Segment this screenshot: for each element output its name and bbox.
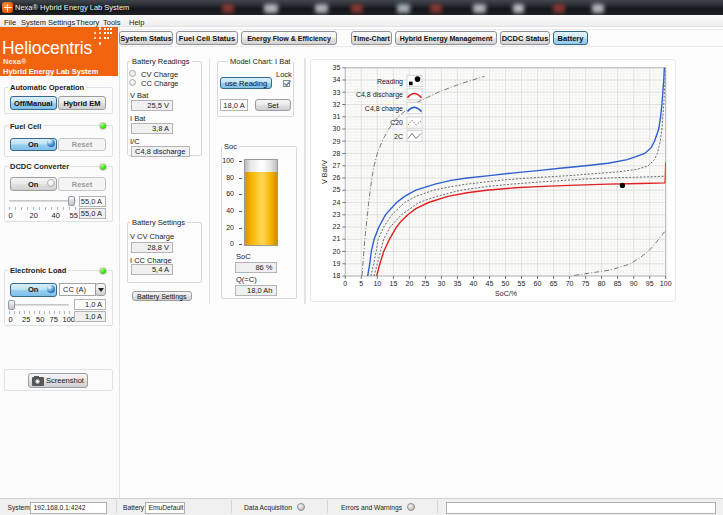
svg-text:32: 32 — [333, 101, 341, 108]
svg-text:34: 34 — [333, 76, 341, 83]
svg-text:29: 29 — [333, 138, 341, 145]
svg-text:95: 95 — [646, 280, 654, 287]
svg-text:35: 35 — [454, 280, 462, 287]
svg-text:20: 20 — [333, 248, 341, 255]
svg-text:C20: C20 — [390, 119, 403, 126]
svg-text:60: 60 — [534, 280, 542, 287]
svg-text:40: 40 — [470, 280, 478, 287]
svg-text:70: 70 — [566, 280, 574, 287]
svg-text:31: 31 — [333, 113, 341, 120]
svg-text:28: 28 — [333, 150, 341, 157]
svg-text:26: 26 — [333, 174, 341, 181]
svg-text:10: 10 — [373, 280, 381, 287]
svg-text:23: 23 — [333, 211, 341, 218]
svg-text:19: 19 — [333, 260, 341, 267]
svg-text:SoC/%: SoC/% — [495, 290, 517, 297]
svg-text:100: 100 — [660, 280, 672, 287]
svg-text:90: 90 — [630, 280, 638, 287]
svg-text:50: 50 — [502, 280, 510, 287]
svg-text:30: 30 — [438, 280, 446, 287]
svg-text:75: 75 — [582, 280, 590, 287]
svg-text:27: 27 — [333, 162, 341, 169]
svg-text:C4,8 discharge: C4,8 discharge — [356, 91, 403, 99]
svg-text:C4,8 charge: C4,8 charge — [365, 105, 403, 113]
svg-text:5: 5 — [359, 280, 363, 287]
svg-text:21: 21 — [333, 235, 341, 242]
svg-text:25: 25 — [333, 186, 341, 193]
svg-text:85: 85 — [614, 280, 622, 287]
svg-text:25: 25 — [422, 280, 430, 287]
svg-text:80: 80 — [598, 280, 606, 287]
svg-text:0: 0 — [343, 280, 347, 287]
svg-text:2C: 2C — [394, 133, 403, 140]
svg-text:33: 33 — [333, 89, 341, 96]
svg-text:20: 20 — [406, 280, 414, 287]
svg-text:65: 65 — [550, 280, 558, 287]
svg-text:15: 15 — [390, 280, 398, 287]
svg-text:35: 35 — [333, 64, 341, 71]
svg-text:V Bat/V: V Bat/V — [321, 160, 328, 184]
svg-text:24: 24 — [333, 199, 341, 206]
svg-text:45: 45 — [486, 280, 494, 287]
svg-text:55: 55 — [518, 280, 526, 287]
svg-text:Reading: Reading — [377, 78, 403, 86]
svg-text:30: 30 — [333, 125, 341, 132]
svg-text:22: 22 — [333, 223, 341, 230]
svg-text:18: 18 — [333, 272, 341, 279]
